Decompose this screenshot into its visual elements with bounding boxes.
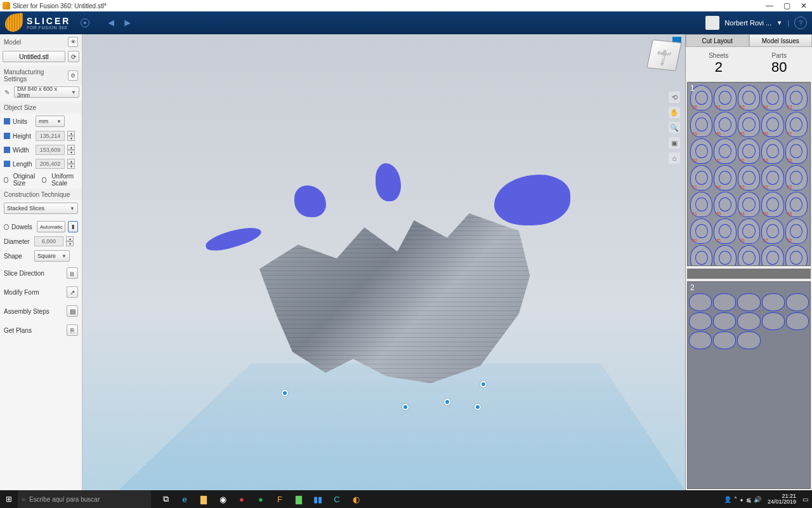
maximize-button[interactable]: ▢ [783, 1, 790, 10]
part-outline[interactable]: 44 [714, 165, 736, 190]
part-outline[interactable]: 50 [785, 218, 808, 244]
part-outline[interactable]: 47 [714, 138, 736, 164]
part-outline[interactable]: 33 [761, 192, 783, 217]
viewcube[interactable]: RIGHT BOTTOM [646, 39, 682, 71]
part-outline[interactable]: 49 [738, 165, 760, 190]
diameter-spinner[interactable]: ▴▾ [66, 236, 74, 246]
user-dropdown-icon[interactable]: ▼ [776, 20, 782, 26]
eye-icon[interactable]: 👁 [68, 37, 78, 47]
notifications-icon[interactable]: ▭ [802, 496, 808, 503]
part-outline[interactable] [786, 293, 809, 311]
part-outline[interactable]: 41 [690, 192, 712, 217]
taskbar-clock[interactable]: 21:21 24/01/2019 [764, 493, 800, 505]
technique-dropdown[interactable]: Stacked Slices ▼ [4, 203, 78, 214]
part-outline[interactable] [786, 312, 809, 330]
start-button[interactable]: ⊞ [0, 490, 18, 508]
part-outline[interactable] [689, 331, 712, 349]
part-outline[interactable]: 52 [761, 138, 783, 164]
sheet-2-preview[interactable] [687, 281, 811, 489]
assembly-steps-row[interactable]: Assembly Steps ▤ [0, 302, 82, 321]
app-green-icon[interactable]: ▇ [289, 490, 308, 508]
original-size-radio[interactable] [4, 177, 8, 183]
width-input[interactable] [36, 145, 65, 155]
fusion-icon[interactable]: F [270, 490, 289, 508]
close-button[interactable]: ✕ [801, 1, 807, 10]
pan-icon[interactable]: ✋ [669, 107, 680, 118]
part-outline[interactable]: 51 [690, 165, 712, 190]
refresh-icon[interactable]: ⟳ [68, 51, 79, 62]
tray-up-icon[interactable]: ˄ [734, 496, 737, 503]
minimize-button[interactable]: — [766, 1, 773, 10]
nav-back-icon[interactable]: ◄ [106, 17, 116, 29]
units-dropdown[interactable]: mm ▼ [36, 116, 65, 127]
part-outline[interactable]: 36 [785, 165, 808, 190]
zoom-icon[interactable]: 🔍 [669, 122, 680, 133]
height-input[interactable] [36, 131, 65, 141]
get-plans-row[interactable]: Get Plans ⎘ [0, 321, 82, 340]
part-outline[interactable] [762, 293, 785, 311]
part-outline[interactable]: 39 [738, 218, 760, 244]
dowel-handle[interactable] [480, 381, 487, 387]
part-outline[interactable]: 38 [761, 245, 783, 266]
modify-form-row[interactable]: Modify Form ↗ [0, 283, 82, 302]
height-spinner[interactable]: ▴▾ [67, 131, 75, 141]
nav-forward-icon[interactable]: ► [122, 17, 133, 29]
part-outline[interactable]: 33 [785, 85, 808, 110]
panel-divider[interactable] [687, 269, 811, 279]
app-blue-icon[interactable]: ▮▮ [308, 490, 327, 508]
part-outline[interactable]: 47 [690, 245, 712, 266]
part-outline[interactable] [713, 331, 736, 349]
slicer-task-icon[interactable]: ◐ [346, 490, 365, 508]
diameter-input[interactable] [34, 236, 63, 246]
part-outline[interactable]: 48 [690, 112, 712, 137]
pencil-icon[interactable]: ✎ [3, 88, 11, 97]
dowel-handle[interactable] [475, 404, 481, 410]
taskbar-search[interactable]: ○ Escribe aquí para buscar [18, 490, 151, 508]
tray-network-icon[interactable]: ⫹ [746, 496, 751, 503]
fit-icon[interactable]: ▣ [669, 137, 680, 149]
part-outline[interactable]: 46 [714, 112, 736, 137]
part-outline[interactable]: 45 [714, 218, 736, 244]
part-outline[interactable] [762, 312, 785, 330]
part-outline[interactable]: 41 [714, 85, 736, 110]
part-outline[interactable]: 38 [785, 138, 808, 164]
dowels-auto-dropdown[interactable]: Automatic [37, 221, 66, 232]
spotify-icon[interactable]: ● [251, 490, 270, 508]
part-outline[interactable]: 46 [738, 138, 760, 164]
modify-form-icon[interactable]: ↗ [67, 286, 78, 298]
gear-icon[interactable]: ⚙ [68, 70, 78, 81]
slice-direction-icon[interactable]: ⫼ [67, 267, 78, 279]
part-outline[interactable]: 43 [761, 165, 783, 190]
part-outline[interactable] [737, 331, 760, 349]
chrome-icon[interactable]: ◉ [213, 490, 232, 508]
file-button[interactable]: Untitled.stl [3, 51, 65, 62]
part-outline[interactable]: 37 [761, 218, 783, 244]
part-outline[interactable]: 48 [785, 192, 808, 217]
user-name[interactable]: Norbert Rovi ... [724, 19, 771, 27]
part-outline[interactable]: 40 [738, 85, 760, 110]
tab-cut-layout[interactable]: Cut Layout [686, 34, 749, 47]
dowels-radio[interactable] [4, 224, 9, 230]
part-outline[interactable]: 46 [714, 245, 736, 266]
part-outline[interactable] [689, 293, 712, 311]
part-outline[interactable]: 36 [690, 85, 712, 110]
length-input[interactable] [36, 159, 65, 169]
assembly-steps-icon[interactable]: ▤ [67, 305, 78, 317]
orbit-icon[interactable]: ⟲ [669, 91, 680, 103]
part-outline[interactable]: 34 [761, 85, 783, 110]
avatar[interactable] [705, 16, 719, 30]
part-outline[interactable] [689, 312, 712, 330]
app-teal-icon[interactable]: C [327, 490, 346, 508]
part-outline[interactable] [737, 312, 760, 330]
tab-model-issues[interactable]: Model Issues [749, 34, 813, 47]
part-outline[interactable]: 46 [690, 218, 712, 244]
dowel-handle[interactable] [282, 390, 288, 396]
tray-people-icon[interactable]: 👤 [724, 496, 731, 503]
part-outline[interactable] [713, 312, 736, 330]
app-red-icon[interactable]: ● [232, 490, 251, 508]
uniform-scale-radio[interactable] [42, 177, 46, 183]
get-plans-icon[interactable]: ⎘ [67, 324, 78, 336]
target-icon[interactable] [81, 18, 89, 27]
part-outline[interactable] [713, 293, 736, 311]
sheet-1-preview[interactable]: 3641403433484645393750474652385144494336… [687, 82, 811, 266]
